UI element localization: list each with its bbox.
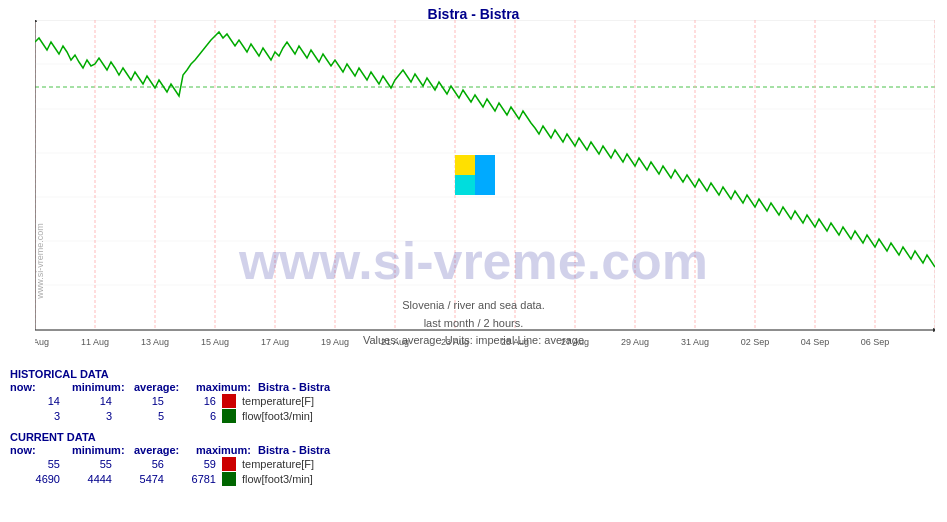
curr-header-avg: average: <box>134 444 194 456</box>
hist-temp-max: 16 <box>166 395 216 407</box>
hist-row-flow: 3 3 5 6 flow[foot3/min] <box>10 409 937 423</box>
hist-row-temp: 14 14 15 16 temperature[F] <box>10 394 937 408</box>
hist-header-max: maximum: <box>196 381 256 393</box>
left-watermark: www.si-vreme.com <box>35 223 45 299</box>
svg-rect-51 <box>455 155 475 175</box>
curr-temp-label: temperature[F] <box>242 458 314 470</box>
hist-temp-colorbox <box>222 394 236 408</box>
watermark-logo <box>455 155 495 195</box>
curr-temp-min: 55 <box>62 458 112 470</box>
hist-header-avg: average: <box>134 381 194 393</box>
curr-flow-max: 6781 <box>166 473 216 485</box>
hist-flow-label: flow[foot3/min] <box>242 410 313 422</box>
curr-row-flow: 4690 4444 5474 6781 flow[foot3/min] <box>10 472 937 486</box>
curr-temp-max: 59 <box>166 458 216 470</box>
curr-header-now: now: <box>10 444 70 456</box>
historical-title: HISTORICAL DATA <box>10 368 937 380</box>
subtitle-line2: last month / 2 hours. <box>0 315 947 333</box>
chart-subtitle: Slovenia / river and sea data. last mont… <box>0 297 947 350</box>
hist-temp-min: 14 <box>62 395 112 407</box>
chart-title: Bistra - Bistra <box>0 0 947 22</box>
curr-temp-avg: 56 <box>114 458 164 470</box>
svg-rect-52 <box>475 155 495 175</box>
current-title: CURRENT DATA <box>10 431 937 443</box>
svg-rect-53 <box>455 175 475 195</box>
chart-container: Bistra - Bistra www.si-vreme.com <box>0 0 947 522</box>
curr-flow-label: flow[foot3/min] <box>242 473 313 485</box>
curr-header-min: minimum: <box>72 444 132 456</box>
subtitle-line3: Values: average Units: imperial Line: av… <box>0 332 947 350</box>
curr-flow-now: 4690 <box>10 473 60 485</box>
curr-flow-avg: 5474 <box>114 473 164 485</box>
current-headers: now: minimum: average: maximum: Bistra -… <box>10 444 937 456</box>
curr-flow-min: 4444 <box>62 473 112 485</box>
curr-header-max: maximum: <box>196 444 256 456</box>
hist-header-min: minimum: <box>72 381 132 393</box>
curr-row-temp: 55 55 56 59 temperature[F] <box>10 457 937 471</box>
hist-temp-label: temperature[F] <box>242 395 314 407</box>
hist-temp-now: 14 <box>10 395 60 407</box>
svg-rect-54 <box>475 175 495 195</box>
curr-header-station: Bistra - Bistra <box>258 444 378 456</box>
hist-header-station: Bistra - Bistra <box>258 381 378 393</box>
hist-flow-colorbox <box>222 409 236 423</box>
historical-headers: now: minimum: average: maximum: Bistra -… <box>10 381 937 393</box>
hist-flow-max: 6 <box>166 410 216 422</box>
hist-temp-avg: 15 <box>114 395 164 407</box>
subtitle-line1: Slovenia / river and sea data. <box>0 297 947 315</box>
hist-flow-avg: 5 <box>114 410 164 422</box>
hist-header-now: now: <box>10 381 70 393</box>
curr-temp-now: 55 <box>10 458 60 470</box>
hist-flow-min: 3 <box>62 410 112 422</box>
hist-flow-now: 3 <box>10 410 60 422</box>
curr-flow-colorbox <box>222 472 236 486</box>
data-tables: HISTORICAL DATA now: minimum: average: m… <box>10 362 937 522</box>
curr-temp-colorbox <box>222 457 236 471</box>
